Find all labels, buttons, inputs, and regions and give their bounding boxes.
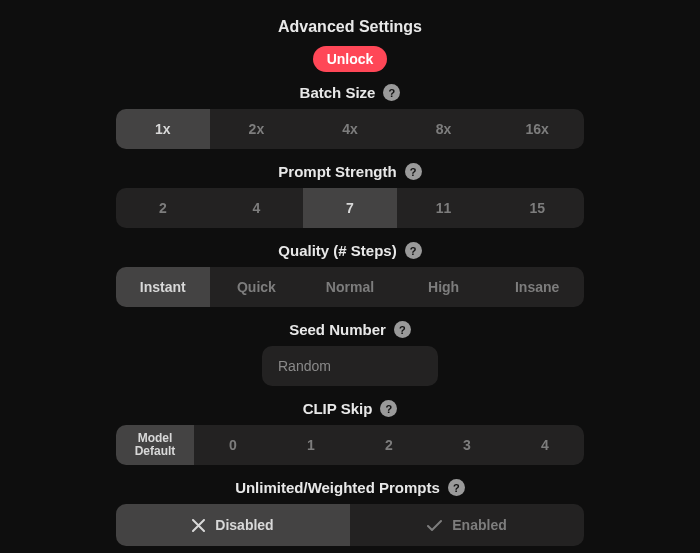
quality-label-row: Quality (# Steps) ? — [278, 242, 421, 259]
clip-skip-option-model-default[interactable]: ModelDefault — [116, 425, 194, 465]
batch-size-option-8x[interactable]: 8x — [397, 109, 491, 149]
weighted-prompts-label-row: Unlimited/Weighted Prompts ? — [235, 479, 465, 496]
batch-size-option-16x[interactable]: 16x — [490, 109, 584, 149]
quality-option-insane[interactable]: Insane — [490, 267, 584, 307]
weighted-prompts-disabled-button[interactable]: Disabled — [116, 504, 350, 546]
seed-label-row: Seed Number ? — [289, 321, 411, 338]
quality-group: Instant Quick Normal High Insane — [116, 267, 584, 307]
clip-skip-group: ModelDefault 0 1 2 3 4 — [116, 425, 584, 465]
clip-skip-label-row: CLIP Skip ? — [303, 400, 398, 417]
batch-size-option-1x[interactable]: 1x — [116, 109, 210, 149]
batch-size-label: Batch Size — [300, 84, 376, 101]
quality-option-normal[interactable]: Normal — [303, 267, 397, 307]
prompt-strength-label-row: Prompt Strength ? — [278, 163, 421, 180]
clip-skip-option-3[interactable]: 3 — [428, 425, 506, 465]
batch-size-label-row: Batch Size ? — [300, 84, 401, 101]
seed-input[interactable] — [262, 346, 438, 386]
help-icon[interactable]: ? — [380, 400, 397, 417]
clip-skip-option-1[interactable]: 1 — [272, 425, 350, 465]
unlock-button[interactable]: Unlock — [313, 46, 388, 72]
disabled-label: Disabled — [215, 517, 273, 533]
close-icon — [192, 519, 205, 532]
help-icon[interactable]: ? — [383, 84, 400, 101]
help-icon[interactable]: ? — [405, 242, 422, 259]
help-icon[interactable]: ? — [405, 163, 422, 180]
prompt-strength-option-2[interactable]: 2 — [116, 188, 210, 228]
check-icon — [427, 519, 442, 532]
enabled-label: Enabled — [452, 517, 506, 533]
prompt-strength-group: 2 4 7 11 15 — [116, 188, 584, 228]
clip-skip-option-0[interactable]: 0 — [194, 425, 272, 465]
quality-option-high[interactable]: High — [397, 267, 491, 307]
clip-skip-option-2[interactable]: 2 — [350, 425, 428, 465]
help-icon[interactable]: ? — [448, 479, 465, 496]
batch-size-option-2x[interactable]: 2x — [210, 109, 304, 149]
quality-option-instant[interactable]: Instant — [116, 267, 210, 307]
prompt-strength-label: Prompt Strength — [278, 163, 396, 180]
seed-label: Seed Number — [289, 321, 386, 338]
batch-size-group: 1x 2x 4x 8x 16x — [116, 109, 584, 149]
prompt-strength-option-7[interactable]: 7 — [303, 188, 397, 228]
page-title: Advanced Settings — [278, 18, 422, 36]
clip-skip-label: CLIP Skip — [303, 400, 373, 417]
batch-size-option-4x[interactable]: 4x — [303, 109, 397, 149]
prompt-strength-option-4[interactable]: 4 — [210, 188, 304, 228]
weighted-prompts-toggle: Disabled Enabled — [116, 504, 584, 546]
weighted-prompts-label: Unlimited/Weighted Prompts — [235, 479, 440, 496]
quality-option-quick[interactable]: Quick — [210, 267, 304, 307]
quality-label: Quality (# Steps) — [278, 242, 396, 259]
prompt-strength-option-15[interactable]: 15 — [490, 188, 584, 228]
clip-skip-option-4[interactable]: 4 — [506, 425, 584, 465]
help-icon[interactable]: ? — [394, 321, 411, 338]
weighted-prompts-enabled-button[interactable]: Enabled — [350, 504, 584, 546]
prompt-strength-option-11[interactable]: 11 — [397, 188, 491, 228]
